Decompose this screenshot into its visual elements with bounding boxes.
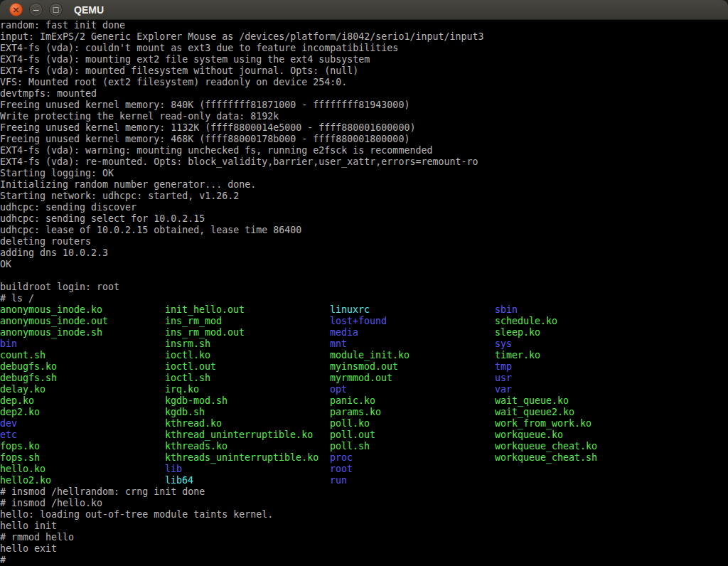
console-line: # insmod /hello.ko bbox=[0, 498, 102, 509]
console-line: VFS: Mounted root (ext2 filesystem) read… bbox=[0, 77, 347, 88]
file-entry: workqueue.ko bbox=[495, 429, 563, 441]
file-entry: panic.ko bbox=[330, 395, 375, 407]
file-entry: kthreads_uninterruptible.ko bbox=[165, 452, 318, 464]
file-entry: insrm.sh bbox=[165, 338, 210, 350]
console-line: udhcpc: sending select for 10.0.2.15 bbox=[0, 213, 205, 225]
file-entry: workqueue_cheat.sh bbox=[495, 452, 597, 464]
console-line: EXT4-fs (vda): warning: mounting uncheck… bbox=[0, 145, 432, 156]
file-entry: kthread_uninterruptible.ko bbox=[165, 429, 313, 441]
file-entry: proc bbox=[330, 452, 353, 464]
file-entry: poll.sh bbox=[330, 441, 370, 452]
file-entry: timer.ko bbox=[495, 350, 540, 361]
file-entry: delay.ko bbox=[0, 384, 46, 395]
file-entry: irq.ko bbox=[165, 384, 199, 395]
file-entry: kgdb-mod.sh bbox=[165, 395, 228, 407]
console-line: # rmmod hello bbox=[0, 532, 74, 543]
console-line: EXT4-fs (vda): mounted filesystem withou… bbox=[0, 65, 358, 77]
console-line: OK bbox=[0, 259, 11, 270]
file-entry: linuxrc bbox=[330, 304, 370, 316]
console-line: Freeing unused kernel memory: 840K (ffff… bbox=[0, 100, 410, 111]
file-entry: fops.sh bbox=[0, 452, 40, 464]
file-entry: usr bbox=[495, 373, 512, 384]
file-entry: dev bbox=[0, 418, 17, 429]
maximize-button[interactable]: □ bbox=[49, 3, 63, 16]
console-line: buildroot login: root bbox=[0, 282, 119, 293]
maximize-icon: □ bbox=[53, 6, 59, 14]
console-line: hello init bbox=[0, 520, 57, 532]
file-entry: kgdb.sh bbox=[165, 407, 205, 418]
file-entry: lib64 bbox=[165, 475, 193, 486]
console-line: EXT4-fs (vda): couldn't mount as ext3 du… bbox=[0, 43, 398, 54]
file-entry: myinsmod.out bbox=[330, 361, 398, 373]
console-line: EXT4-fs (vda): mounting ext2 file system… bbox=[0, 54, 370, 65]
file-entry: count.sh bbox=[0, 350, 46, 361]
console-line: # ls / bbox=[0, 293, 34, 304]
file-entry: sleep.ko bbox=[495, 327, 540, 338]
file-entry: anonymous_inode.sh bbox=[0, 327, 102, 338]
console-line: hello exit bbox=[0, 543, 57, 555]
file-entry: sbin bbox=[495, 304, 518, 316]
file-entry: dep.ko bbox=[0, 395, 34, 407]
file-entry: ins_rm_mod bbox=[165, 316, 222, 327]
console-line: random: fast init done bbox=[0, 20, 125, 31]
window-title: QEMU bbox=[74, 4, 104, 16]
file-entry: module_init.ko bbox=[330, 350, 410, 361]
terminal-screen[interactable]: random: fast init doneinput: ImExPS/2 Ge… bbox=[0, 20, 728, 566]
console-line: Starting logging: OK bbox=[0, 168, 114, 179]
minimize-icon: − bbox=[32, 6, 39, 14]
file-entry: tmp bbox=[495, 361, 512, 373]
file-entry: debugfs.ko bbox=[0, 361, 57, 373]
file-entry: work_from_work.ko bbox=[495, 418, 592, 429]
file-entry: ioctl.out bbox=[165, 361, 216, 373]
console-line: Freeing unused kernel memory: 468K (ffff… bbox=[0, 134, 410, 145]
file-entry: wait_queue.ko bbox=[495, 395, 569, 407]
console-line: deleting routers bbox=[0, 236, 91, 247]
file-entry: lib bbox=[165, 464, 182, 475]
file-entry: var bbox=[495, 384, 512, 395]
console-line: udhcpc: lease of 10.0.2.15 obtained, lea… bbox=[0, 225, 301, 236]
file-entry: myrmmod.out bbox=[330, 373, 392, 384]
file-entry: init_hello.out bbox=[165, 304, 245, 316]
file-entry: schedule.ko bbox=[495, 316, 557, 327]
file-entry: anonymous_inode.ko bbox=[0, 304, 102, 316]
file-entry: ioctl.ko bbox=[165, 350, 210, 361]
file-entry: media bbox=[330, 327, 358, 338]
file-entry: params.ko bbox=[330, 407, 381, 418]
console-line: Initializing random number generator... … bbox=[0, 179, 256, 191]
file-entry: mnt bbox=[330, 338, 347, 350]
file-entry: sys bbox=[495, 338, 512, 350]
console-line: input: ImExPS/2 Generic Explorer Mouse a… bbox=[0, 31, 483, 43]
close-button[interactable]: × bbox=[9, 3, 23, 16]
file-entry: dep2.ko bbox=[0, 407, 40, 418]
console-line: adding dns 10.0.2.3 bbox=[0, 247, 108, 259]
file-entry: debugfs.sh bbox=[0, 373, 57, 384]
console-line: hello: loading out-of-tree module taints… bbox=[0, 509, 273, 520]
file-entry: ioctl.sh bbox=[165, 373, 210, 384]
file-entry: lost+found bbox=[330, 316, 387, 327]
file-entry: workqueue_cheat.ko bbox=[495, 441, 597, 452]
file-entry: wait_queue2.ko bbox=[495, 407, 574, 418]
file-entry: bin bbox=[0, 338, 17, 350]
file-entry: poll.out bbox=[330, 429, 375, 441]
file-entry: run bbox=[330, 475, 347, 486]
file-entry: poll.ko bbox=[330, 418, 370, 429]
file-entry: opt bbox=[330, 384, 347, 395]
file-entry: fops.ko bbox=[0, 441, 40, 452]
console-line: # insmod /hellrandom: crng init done bbox=[0, 486, 205, 498]
console-line: Starting network: udhcpc: started, v1.26… bbox=[0, 191, 239, 202]
console-line: Freeing unused kernel memory: 1132K (fff… bbox=[0, 122, 415, 134]
file-entry: hello.ko bbox=[0, 464, 46, 475]
file-entry: ins_rm_mod.out bbox=[165, 327, 245, 338]
console-line: Write protecting the kernel read-only da… bbox=[0, 111, 279, 122]
close-icon: × bbox=[12, 5, 20, 14]
minimize-button[interactable]: − bbox=[29, 3, 43, 16]
file-entry: kthread.ko bbox=[165, 418, 222, 429]
qemu-window: × − □ QEMU random: fast init doneinput: … bbox=[0, 0, 728, 566]
file-entry: root bbox=[330, 464, 353, 475]
file-entry: etc bbox=[0, 429, 17, 441]
titlebar: × − □ QEMU bbox=[0, 0, 728, 20]
file-entry: anonymous_inode.out bbox=[0, 316, 108, 327]
file-entry: hello2.ko bbox=[0, 475, 51, 486]
console-line: # bbox=[0, 555, 11, 566]
file-entry: kthreads.ko bbox=[165, 441, 228, 452]
